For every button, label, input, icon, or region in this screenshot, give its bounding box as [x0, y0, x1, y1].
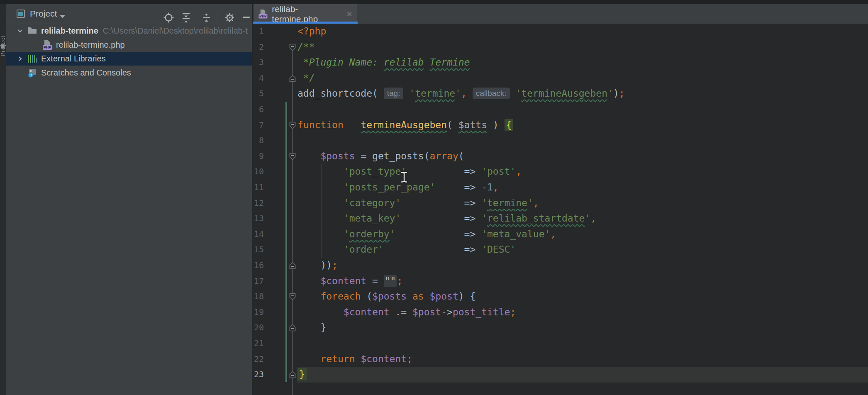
fold-marker-end[interactable]	[289, 75, 296, 84]
line-number: 9	[254, 149, 264, 164]
hide-panel-icon[interactable]	[243, 17, 250, 18]
code-text: $content = "";	[297, 273, 402, 289]
fold-marker-start[interactable]	[289, 293, 296, 302]
code-text: 'category' => 'termine',	[297, 195, 539, 211]
project-panel-title[interactable]: Project	[30, 9, 57, 19]
line-number: 14	[254, 227, 264, 242]
expand-all-icon[interactable]	[180, 12, 192, 23]
code-line-17[interactable]: 17 $content = "";	[254, 273, 868, 289]
code-line-21[interactable]: 21	[254, 336, 868, 351]
chevron-right-icon[interactable]	[17, 56, 23, 62]
code-line-22[interactable]: 22 return $content;	[254, 351, 868, 367]
fold-marker-start[interactable]	[289, 122, 296, 131]
code-text: 'posts_per_page' => -1,	[297, 180, 499, 195]
line-number: 16	[254, 258, 264, 273]
line-number: 7	[254, 117, 264, 133]
line-number: 19	[254, 305, 264, 320]
settings-gear-icon[interactable]	[224, 12, 235, 23]
line-number: 13	[254, 211, 264, 227]
code-text: *Plugin Name: relilab Termine	[297, 55, 470, 71]
code-text: function termineAusgeben( $atts ) {	[297, 117, 513, 133]
project-panel: Project	[6, 4, 253, 395]
code-text: 'post_type' => 'post',	[297, 164, 522, 180]
chevron-down-icon[interactable]	[60, 15, 65, 18]
tree-item-label: External Libraries	[41, 54, 106, 63]
code-line-18[interactable]: 18 foreach ($posts as $post) {	[254, 289, 868, 305]
line-number: 12	[254, 195, 264, 211]
external-libraries-icon	[28, 55, 37, 63]
code-line-4[interactable]: 4 */	[254, 71, 868, 86]
code-line-6[interactable]: 6	[254, 102, 868, 117]
line-number: 4	[254, 71, 264, 86]
line-number: 5	[254, 86, 264, 102]
editor-tab-relilab-termine[interactable]: PHP relilab-termine.php ×	[254, 4, 357, 24]
code-text: ));	[297, 258, 338, 273]
tree-item-label: relilab-termine	[41, 26, 98, 36]
code-text: foreach ($posts as $post) {	[297, 289, 475, 305]
code-line-9[interactable]: 9 $posts = get_posts(array(	[254, 149, 868, 164]
tab-close-icon[interactable]: ×	[346, 10, 352, 18]
fold-marker-start[interactable]	[289, 153, 296, 162]
tree-item-scratches-and-consoles[interactable]: >Scratches and Consoles	[6, 66, 252, 80]
code-text: 'orderby' => 'meta_value',	[297, 227, 556, 242]
tool-window-bar-project-label[interactable]: Project	[0, 11, 6, 56]
tab-label: relilab-termine.php	[272, 4, 342, 24]
collapse-all-icon[interactable]	[201, 12, 212, 23]
line-number: 22	[254, 351, 264, 367]
locate-file-icon[interactable]	[163, 12, 174, 23]
window-top-strip	[0, 0, 868, 4]
editor-tab-bar: PHP relilab-termine.php ×	[254, 4, 868, 24]
tree-item-label: relilab-termine.php	[56, 40, 125, 50]
code-line-16[interactable]: 16 ));	[254, 258, 868, 273]
line-number: 15	[254, 242, 264, 258]
code-editor[interactable]: 1<?php2/**3 *Plugin Name: relilab Termin…	[254, 24, 868, 395]
project-tree: relilab-termineC:\Users\Daniel\Desktop\r…	[6, 24, 252, 395]
code-line-8[interactable]: 8	[254, 133, 868, 149]
code-line-1[interactable]: 1<?php	[254, 24, 868, 39]
tree-item-path: C:\Users\Daniel\Desktop\relilab\relilab-…	[103, 26, 248, 36]
line-number: 20	[254, 320, 264, 336]
code-line-14[interactable]: 14 'orderby' => 'meta_value',	[254, 227, 868, 242]
tree-item-relilab-termine-php[interactable]: PHPrelilab-termine.php	[6, 38, 252, 52]
fold-marker-end[interactable]	[289, 324, 296, 333]
code-line-3[interactable]: 3 *Plugin Name: relilab Termine	[254, 55, 868, 71]
code-line-19[interactable]: 19 $content .= $post->post_title;	[254, 305, 868, 320]
line-number: 18	[254, 289, 264, 305]
code-line-23[interactable]: 23}	[254, 367, 868, 383]
code-line-7[interactable]: 7function termineAusgeben( $atts ) {	[254, 117, 868, 133]
code-text: <?php	[297, 24, 326, 39]
line-number: 23	[254, 367, 264, 383]
line-number: 3	[254, 55, 264, 71]
php-file-icon: PHP	[259, 10, 267, 19]
project-view-icon	[17, 10, 25, 18]
code-line-20[interactable]: 20 }	[254, 320, 868, 336]
code-text: $content .= $post->post_title;	[297, 305, 516, 320]
code-text: 'meta_key' => 'relilab_startdate',	[297, 211, 596, 227]
code-line-11[interactable]: 11 'posts_per_page' => -1,	[254, 180, 868, 195]
code-text: /**	[297, 39, 315, 55]
code-text: }	[297, 367, 307, 383]
code-text: }	[297, 320, 326, 336]
tree-item-relilab-termine[interactable]: relilab-termineC:\Users\Daniel\Desktop\r…	[6, 24, 252, 38]
fold-marker-end[interactable]	[289, 371, 296, 380]
code-line-5[interactable]: 5add_shortcode( tag: 'termine', callback…	[254, 86, 868, 102]
code-text: add_shortcode( tag: 'termine', callback:…	[297, 86, 625, 102]
code-text: 'order' => 'DESC'	[297, 242, 516, 258]
fold-marker-end[interactable]	[289, 262, 296, 271]
chevron-down-icon[interactable]	[17, 28, 23, 34]
code-line-13[interactable]: 13 'meta_key' => 'relilab_startdate',	[254, 211, 868, 227]
tree-item-external-libraries[interactable]: External Libraries	[6, 52, 252, 66]
code-line-12[interactable]: 12 'category' => 'termine',	[254, 195, 868, 211]
toolbar-separator	[217, 12, 217, 23]
tool-window-bar: Project	[0, 4, 6, 395]
scratches-icon: >	[28, 68, 37, 77]
code-line-2[interactable]: 2/**	[254, 39, 868, 55]
fold-marker-start[interactable]	[289, 44, 296, 53]
tool-window-stripe-icon[interactable]	[1, 44, 5, 49]
line-number: 1	[254, 24, 264, 39]
code-line-15[interactable]: 15 'order' => 'DESC'	[254, 242, 868, 258]
parameter-inlay-hint: tag:	[384, 88, 404, 99]
line-number: 10	[254, 164, 264, 180]
line-number: 8	[254, 133, 264, 149]
code-line-10[interactable]: 10 'post_type' => 'post',	[254, 164, 868, 180]
